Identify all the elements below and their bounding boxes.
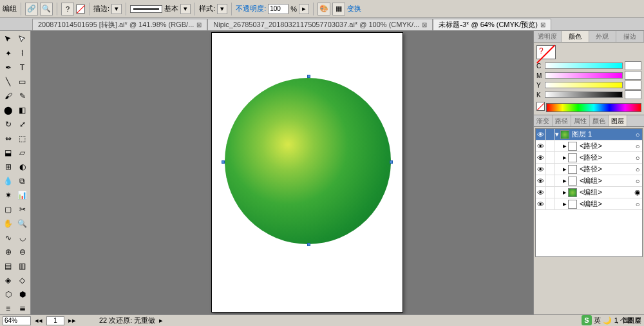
tab-layers[interactable]: 图层 [609, 115, 627, 126]
direct-selection-tool[interactable] [15, 32, 29, 46]
eyedropper-tool[interactable]: 💧 [1, 174, 15, 187]
layer-row[interactable]: 👁▸<编组>○ [536, 175, 642, 187]
rotate-tool[interactable]: ↻ [1, 117, 15, 131]
search-icon[interactable]: 🔍 [40, 3, 53, 15]
layer-name[interactable]: <路径> [578, 141, 633, 151]
shape-builder-tool[interactable]: ⬓ [1, 146, 15, 159]
sogou-icon[interactable]: S [582, 315, 592, 325]
visibility-icon[interactable]: 👁 [536, 164, 546, 175]
lock-col[interactable] [546, 175, 555, 186]
slider-c[interactable] [545, 62, 623, 69]
width-tool[interactable]: ⇔ [1, 131, 15, 145]
layer-row[interactable]: 👁▸<编组>◉ [536, 187, 642, 198]
layer-name[interactable]: <路径> [578, 164, 633, 174]
canvas[interactable] [31, 31, 533, 314]
selection-tool[interactable] [1, 32, 15, 46]
spectrum-picker[interactable] [546, 103, 641, 112]
align-icon[interactable]: ▦ [332, 3, 345, 15]
target-icon[interactable]: ○ [633, 131, 642, 139]
misc-tool-4[interactable]: ▥ [15, 259, 29, 273]
visibility-icon[interactable]: 👁 [536, 187, 546, 198]
tab-appearance[interactable]: 外观 [589, 31, 617, 42]
nav-next-icon[interactable]: ▸▸ [68, 316, 76, 325]
rectangle-tool[interactable]: ▭ [15, 75, 29, 88]
close-icon[interactable]: ⊠ [422, 21, 427, 28]
scale-tool[interactable]: ⤢ [15, 117, 29, 131]
value-m[interactable] [625, 71, 641, 80]
target-icon[interactable]: ○ [633, 177, 642, 185]
layer-row[interactable]: 👁▸<路径>○ [536, 152, 642, 164]
misc-tool-2[interactable]: ⊖ [15, 245, 29, 258]
paintbrush-tool[interactable]: 🖌 [1, 89, 15, 102]
value-y[interactable] [625, 81, 641, 90]
zoom-tool[interactable]: 🔍 [15, 216, 29, 230]
opacity-label[interactable]: 不透明度: [236, 4, 266, 14]
target-icon[interactable]: ◉ [633, 188, 642, 197]
pencil-tool[interactable]: ✎ [15, 89, 29, 102]
tab-attr[interactable]: 属性 [571, 115, 590, 126]
visibility-icon[interactable]: 👁 [536, 152, 546, 163]
disclosure-icon[interactable]: ▸ [563, 153, 567, 162]
moon-icon[interactable]: 🌙 [603, 316, 612, 325]
zoom-input[interactable] [3, 316, 31, 325]
layer-name[interactable]: <路径> [578, 153, 633, 162]
sphere-object[interactable] [225, 78, 391, 244]
lock-col[interactable] [546, 198, 555, 209]
symbol-sprayer-tool[interactable]: ✷ [1, 188, 15, 202]
settings-icon[interactable]: ⚙ [635, 316, 641, 325]
misc-tool-5[interactable]: ◈ [1, 273, 15, 287]
stroke-preview[interactable] [130, 5, 162, 13]
graph-tool[interactable]: 📊 [15, 188, 29, 202]
recolor-icon[interactable]: 🎨 [317, 3, 330, 15]
nav-arrow-icon[interactable]: ▸ [159, 316, 163, 325]
lasso-tool[interactable]: ⌇ [15, 46, 29, 60]
disclosure-icon[interactable]: ▸ [563, 188, 567, 197]
page-input[interactable]: 1 [46, 316, 64, 325]
transform-link[interactable]: 变换 [347, 4, 361, 14]
tab-color[interactable]: 颜色 [562, 31, 589, 42]
gradient-tool[interactable]: ◐ [15, 160, 29, 173]
misc-tool-1[interactable]: ⊕ [1, 245, 15, 258]
layer-name[interactable]: <编组> [578, 187, 633, 197]
slider-y[interactable] [545, 82, 623, 88]
lock-col[interactable] [546, 152, 555, 163]
value-c[interactable] [625, 61, 641, 70]
none-swatch[interactable] [536, 102, 545, 111]
nofill-swatch[interactable] [76, 5, 85, 14]
disclosure-icon[interactable]: ▾ [555, 130, 559, 139]
keyboard-icon[interactable]: ⌨ [623, 316, 633, 325]
misc-tool-10[interactable]: ≣ [15, 302, 29, 315]
lock-col[interactable] [546, 164, 555, 175]
layer-row[interactable]: 👁▸<路径>○ [536, 164, 642, 175]
mesh-tool[interactable]: ⊞ [1, 160, 15, 173]
value-k[interactable] [625, 90, 641, 99]
disclosure-icon[interactable]: ▸ [563, 142, 567, 150]
disclosure-icon[interactable]: ▸ [563, 165, 567, 173]
visibility-icon[interactable]: 👁 [536, 175, 546, 186]
fill-swatch[interactable] [536, 45, 556, 59]
blob-brush-tool[interactable]: ⬤ [1, 103, 15, 117]
target-icon[interactable]: ○ [633, 154, 642, 162]
path-tool[interactable]: ◡ [15, 231, 29, 244]
layer-name[interactable]: <编组> [578, 199, 633, 209]
eraser-tool[interactable]: ◧ [15, 103, 29, 117]
layer-name[interactable]: <编组> [578, 176, 633, 186]
visibility-icon[interactable]: 👁 [536, 198, 546, 209]
misc-tool-8[interactable]: ⬢ [15, 287, 29, 301]
lock-col[interactable] [546, 140, 555, 151]
doc-tab-3[interactable]: 未标题-3* @ 64% (CMYK/预览)⊠ [433, 19, 551, 30]
misc-tool-6[interactable]: ◇ [15, 273, 29, 287]
target-icon[interactable]: ○ [633, 166, 642, 173]
type-tool[interactable]: T [15, 61, 29, 74]
curve-tool[interactable]: ∿ [1, 231, 15, 244]
layer-row[interactable]: 👁▸<编组>○ [536, 198, 642, 210]
perspective-tool[interactable]: ▱ [15, 146, 29, 159]
close-icon[interactable]: ⊠ [196, 21, 202, 28]
visibility-icon[interactable]: 👁 [536, 140, 546, 151]
disclosure-icon[interactable]: ▸ [563, 200, 567, 208]
doc-tab-1[interactable]: 200871014501695 [转换].ai* @ 141.98% (RGB/… [32, 19, 207, 30]
target-icon[interactable]: ○ [633, 200, 642, 208]
disclosure-icon[interactable]: ▸ [563, 177, 567, 185]
close-icon[interactable]: ⊠ [540, 21, 545, 28]
link-icon[interactable]: 🔗 [25, 3, 38, 15]
